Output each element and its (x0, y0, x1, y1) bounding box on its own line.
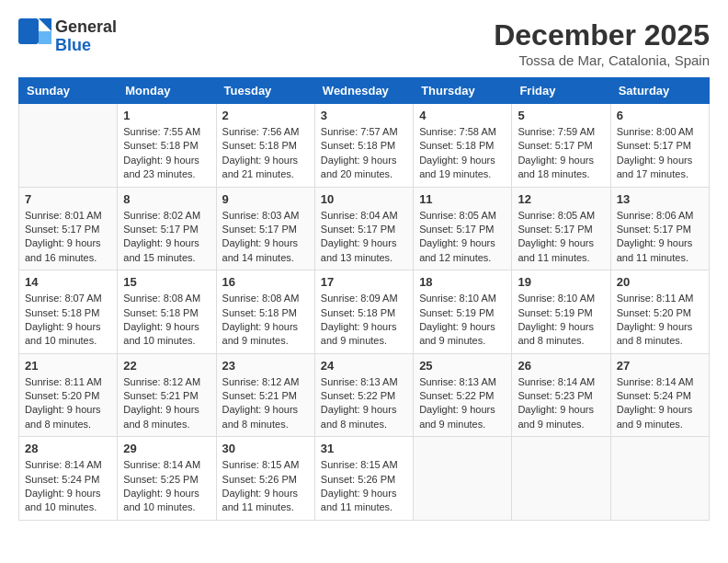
calendar-body: 1Sunrise: 7:55 AMSunset: 5:18 PMDaylight… (19, 104, 710, 521)
calendar-week-2: 7Sunrise: 8:01 AMSunset: 5:17 PMDaylight… (19, 187, 710, 270)
calendar-cell: 2Sunrise: 7:56 AMSunset: 5:18 PMDaylight… (216, 104, 314, 188)
calendar-cell: 9Sunrise: 8:03 AMSunset: 5:17 PMDaylight… (216, 187, 314, 270)
day-number: 14 (25, 275, 111, 289)
day-number: 20 (617, 275, 703, 289)
day-info: Sunrise: 8:14 AMSunset: 5:25 PMDaylight:… (123, 458, 210, 515)
day-info: Sunrise: 8:10 AMSunset: 5:19 PMDaylight:… (419, 292, 506, 349)
calendar-cell: 12Sunrise: 8:05 AMSunset: 5:17 PMDayligh… (512, 187, 610, 270)
day-info: Sunrise: 8:12 AMSunset: 5:21 PMDaylight:… (222, 375, 309, 432)
day-info: Sunrise: 8:15 AMSunset: 5:26 PMDaylight:… (222, 458, 309, 515)
day-info: Sunrise: 7:57 AMSunset: 5:18 PMDaylight:… (321, 125, 407, 182)
day-number: 16 (222, 275, 309, 289)
day-info: Sunrise: 8:02 AMSunset: 5:17 PMDaylight:… (123, 209, 210, 266)
day-number: 27 (617, 359, 703, 373)
header-day-tuesday: Tuesday (216, 78, 314, 104)
day-info: Sunrise: 8:00 AMSunset: 5:17 PMDaylight:… (617, 125, 703, 182)
day-number: 24 (321, 359, 407, 373)
day-info: Sunrise: 8:11 AMSunset: 5:20 PMDaylight:… (25, 375, 111, 432)
calendar-cell: 3Sunrise: 7:57 AMSunset: 5:18 PMDaylight… (314, 104, 413, 188)
logo: General Blue (18, 18, 117, 55)
svg-marker-1 (39, 18, 51, 31)
calendar-cell: 1Sunrise: 7:55 AMSunset: 5:18 PMDaylight… (118, 104, 216, 188)
calendar-cell: 11Sunrise: 8:05 AMSunset: 5:17 PMDayligh… (414, 187, 512, 270)
location-title: Tossa de Mar, Catalonia, Spain (494, 52, 710, 68)
day-number: 23 (222, 359, 309, 373)
calendar-cell: 4Sunrise: 7:58 AMSunset: 5:18 PMDaylight… (414, 104, 512, 188)
day-info: Sunrise: 7:58 AMSunset: 5:18 PMDaylight:… (419, 125, 506, 182)
day-info: Sunrise: 8:10 AMSunset: 5:19 PMDaylight:… (518, 292, 604, 349)
calendar-cell: 14Sunrise: 8:07 AMSunset: 5:18 PMDayligh… (19, 270, 118, 354)
day-info: Sunrise: 8:14 AMSunset: 5:23 PMDaylight:… (518, 375, 604, 432)
day-number: 3 (321, 109, 407, 122)
day-number: 22 (123, 359, 210, 373)
header-day-thursday: Thursday (414, 78, 512, 104)
day-number: 6 (617, 109, 703, 122)
day-info: Sunrise: 8:05 AMSunset: 5:17 PMDaylight:… (518, 209, 604, 266)
calendar-week-5: 28Sunrise: 8:14 AMSunset: 5:24 PMDayligh… (19, 437, 710, 521)
day-number: 4 (419, 109, 506, 122)
day-number: 10 (321, 192, 407, 206)
day-info: Sunrise: 8:06 AMSunset: 5:17 PMDaylight:… (617, 209, 703, 266)
day-number: 26 (518, 359, 604, 373)
day-number: 30 (222, 442, 309, 455)
calendar-cell: 29Sunrise: 8:14 AMSunset: 5:25 PMDayligh… (118, 437, 216, 521)
day-number: 8 (123, 192, 210, 206)
day-number: 18 (419, 275, 506, 289)
calendar-cell: 26Sunrise: 8:14 AMSunset: 5:23 PMDayligh… (512, 353, 610, 437)
day-number: 19 (518, 275, 604, 289)
day-number: 17 (321, 275, 407, 289)
day-number: 5 (518, 109, 604, 122)
calendar-cell: 23Sunrise: 8:12 AMSunset: 5:21 PMDayligh… (216, 353, 314, 437)
calendar-cell (610, 437, 709, 521)
svg-rect-0 (18, 18, 39, 44)
calendar-week-1: 1Sunrise: 7:55 AMSunset: 5:18 PMDaylight… (19, 104, 710, 188)
calendar-cell: 10Sunrise: 8:04 AMSunset: 5:17 PMDayligh… (314, 187, 413, 270)
header-day-wednesday: Wednesday (314, 78, 413, 104)
day-number: 2 (222, 109, 309, 122)
day-number: 31 (321, 442, 407, 455)
day-info: Sunrise: 8:09 AMSunset: 5:18 PMDaylight:… (321, 292, 407, 349)
day-number: 12 (518, 192, 604, 206)
calendar-cell (512, 437, 610, 521)
day-info: Sunrise: 7:59 AMSunset: 5:17 PMDaylight:… (518, 125, 604, 182)
day-info: Sunrise: 8:08 AMSunset: 5:18 PMDaylight:… (222, 292, 309, 349)
calendar-cell: 24Sunrise: 8:13 AMSunset: 5:22 PMDayligh… (314, 353, 413, 437)
day-number: 21 (25, 359, 111, 373)
day-info: Sunrise: 8:05 AMSunset: 5:17 PMDaylight:… (419, 209, 506, 266)
calendar-cell: 16Sunrise: 8:08 AMSunset: 5:18 PMDayligh… (216, 270, 314, 354)
day-info: Sunrise: 8:07 AMSunset: 5:18 PMDaylight:… (25, 292, 111, 349)
day-info: Sunrise: 8:04 AMSunset: 5:17 PMDaylight:… (321, 209, 407, 266)
calendar-cell: 17Sunrise: 8:09 AMSunset: 5:18 PMDayligh… (314, 270, 413, 354)
day-info: Sunrise: 8:15 AMSunset: 5:26 PMDaylight:… (321, 458, 407, 515)
day-info: Sunrise: 8:14 AMSunset: 5:24 PMDaylight:… (25, 458, 111, 515)
day-info: Sunrise: 8:12 AMSunset: 5:21 PMDaylight:… (123, 375, 210, 432)
day-info: Sunrise: 8:01 AMSunset: 5:17 PMDaylight:… (25, 209, 111, 266)
day-number: 9 (222, 192, 309, 206)
calendar-cell: 21Sunrise: 8:11 AMSunset: 5:20 PMDayligh… (19, 353, 118, 437)
day-number: 13 (617, 192, 703, 206)
svg-marker-2 (39, 31, 51, 44)
calendar-week-3: 14Sunrise: 8:07 AMSunset: 5:18 PMDayligh… (19, 270, 710, 354)
header-day-monday: Monday (118, 78, 216, 104)
calendar-cell: 18Sunrise: 8:10 AMSunset: 5:19 PMDayligh… (414, 270, 512, 354)
calendar-cell: 20Sunrise: 8:11 AMSunset: 5:20 PMDayligh… (610, 270, 709, 354)
day-info: Sunrise: 8:11 AMSunset: 5:20 PMDaylight:… (617, 292, 703, 349)
day-info: Sunrise: 8:08 AMSunset: 5:18 PMDaylight:… (123, 292, 210, 349)
logo-text: General Blue (55, 18, 117, 55)
title-block: December 2025 Tossa de Mar, Catalonia, S… (494, 18, 710, 68)
day-number: 1 (123, 109, 210, 122)
day-number: 11 (419, 192, 506, 206)
calendar-cell: 28Sunrise: 8:14 AMSunset: 5:24 PMDayligh… (19, 437, 118, 521)
page-header: General Blue December 2025 Tossa de Mar,… (18, 18, 710, 68)
calendar-week-4: 21Sunrise: 8:11 AMSunset: 5:20 PMDayligh… (19, 353, 710, 437)
day-number: 25 (419, 359, 506, 373)
calendar-cell (414, 437, 512, 521)
logo-icon (18, 18, 51, 55)
day-info: Sunrise: 8:03 AMSunset: 5:17 PMDaylight:… (222, 209, 309, 266)
calendar-cell (19, 104, 118, 188)
calendar-table: SundayMondayTuesdayWednesdayThursdayFrid… (18, 77, 710, 521)
month-title: December 2025 (494, 18, 710, 52)
header-day-sunday: Sunday (19, 78, 118, 104)
day-info: Sunrise: 7:55 AMSunset: 5:18 PMDaylight:… (123, 125, 210, 182)
day-number: 28 (25, 442, 111, 455)
